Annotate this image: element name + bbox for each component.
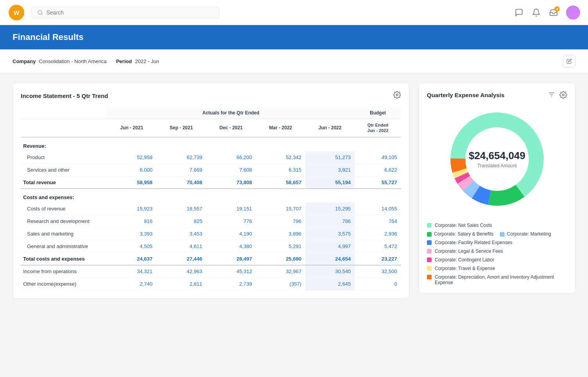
legend-label: Corporate: Salary & Benefits	[434, 231, 494, 237]
col-budget-qtr: Qtr EndedJun - 2022	[355, 119, 401, 137]
edit-icon	[566, 58, 572, 64]
company-value: Consolidation - North America	[39, 58, 107, 64]
avatar[interactable]	[566, 5, 580, 20]
col-jun2021: Jun - 2021	[107, 119, 156, 137]
table-row: Income from operations 34,321 42,963 45,…	[21, 265, 401, 277]
financial-table: Actuals for the Qtr Ended Budget Jun - 2…	[21, 107, 401, 290]
legend-item: Corporate: Marketing	[500, 231, 551, 237]
donut-center: $24,654,049 Translated Amount	[469, 150, 526, 169]
legend-color-marketing	[500, 232, 505, 237]
message-icon[interactable]	[514, 8, 524, 17]
legend-color-salary	[427, 232, 432, 237]
expense-legend: Corporate: Net Sales Costs Corporate: Sa…	[427, 223, 567, 285]
legend-item: Corporate: Net Sales Costs	[427, 223, 567, 228]
filter-bar: Company Consolidation - North America Pe…	[0, 49, 588, 73]
donut-label: Translated Amount	[469, 163, 526, 168]
legend-label: Corporate: Travel & Expense	[435, 266, 495, 271]
legend-color-legal	[427, 249, 432, 254]
search-input[interactable]	[46, 9, 214, 16]
page-title: Financial Results	[13, 32, 575, 42]
col-dec2021: Dec - 2021	[206, 119, 256, 137]
table-row: Services and other 6,000 7,669 7,608 6,3…	[21, 163, 401, 176]
total-revenue-row: Total revenue 58,958 70,408 73,808 58,65…	[21, 176, 401, 188]
legend-label: Corporate: Depreciation, Amort and Inven…	[435, 274, 567, 285]
search-icon	[37, 9, 43, 16]
legend-item: Corporate: Travel & Expense	[427, 266, 567, 271]
budget-header: Budget	[355, 107, 401, 119]
legend-color-net-sales	[427, 223, 432, 228]
actuals-header: Actuals for the Qtr Ended	[107, 107, 355, 119]
expense-panel-icons	[548, 91, 567, 99]
legend-color-facility	[427, 240, 432, 245]
col-mar2022: Mar - 2022	[256, 119, 305, 137]
app-logo[interactable]: w	[8, 4, 25, 21]
donut-chart-wrapper: $24,654,049 Translated Amount	[427, 108, 567, 210]
legend-item: Corporate: Legal & Service Fees	[427, 248, 567, 254]
legend-label: Corporate: Marketing	[507, 231, 551, 237]
expense-analysis-panel: Quarterly Expense Analysis	[419, 83, 575, 294]
svg-point-2	[38, 10, 42, 14]
costs-section-header: Costs and expenses:	[21, 188, 401, 203]
legend-item: Corporate: Facility Related Expenses	[427, 240, 567, 245]
svg-point-7	[563, 94, 564, 96]
legend-label: Corporate: Contingent Labor	[435, 257, 494, 263]
svg-point-3	[396, 94, 398, 96]
nav-right: 3	[514, 5, 580, 20]
top-nav: w 3	[0, 0, 588, 25]
table-row: Research and development 816 825 776 796…	[21, 215, 401, 227]
legend-color-travel	[427, 266, 432, 271]
table-row: General and administrative 4,505 4,611 4…	[21, 240, 401, 252]
legend-multi-row: Corporate: Salary & Benefits Corporate: …	[427, 231, 567, 237]
inbox-badge: 3	[554, 6, 560, 12]
col-sep2021: Sep - 2021	[156, 119, 206, 137]
svg-text:w: w	[13, 9, 20, 16]
table-row: Costs of revenue 15,923 18,557 19,151 15…	[21, 203, 401, 215]
legend-item: Corporate: Contingent Labor	[427, 257, 567, 263]
main-content: Income Statement - 5 Qtr Trend Actuals f…	[0, 73, 588, 308]
legend-item: Corporate: Depreciation, Amort and Inven…	[427, 274, 567, 285]
total-costs-row: Total costs and expenses 24,637 27,446 2…	[21, 252, 401, 265]
expense-panel-title: Quarterly Expense Analysis	[427, 92, 505, 98]
legend-label: Corporate: Legal & Service Fees	[435, 248, 503, 254]
income-panel-title: Income Statement - 5 Qtr Trend	[21, 92, 108, 99]
table-row: Other income(expense) 2,740 2,811 2,739 …	[21, 277, 401, 290]
table-row: Sales and marketing 3,393 3,453 4,190 3,…	[21, 227, 401, 240]
legend-item: Corporate: Salary & Benefits	[427, 231, 494, 237]
income-settings-icon[interactable]	[393, 91, 401, 101]
company-label: Company	[13, 58, 36, 64]
income-statement-panel: Income Statement - 5 Qtr Trend Actuals f…	[13, 83, 409, 299]
expense-panel-header: Quarterly Expense Analysis	[427, 91, 567, 99]
expense-settings-icon[interactable]	[559, 91, 567, 99]
period-label: Period	[116, 58, 132, 64]
legend-label: Corporate: Facility Related Expenses	[435, 240, 512, 245]
search-bar[interactable]	[31, 7, 220, 18]
bell-icon[interactable]	[532, 8, 541, 17]
col-jun2022: Jun - 2022	[305, 119, 355, 137]
inbox-icon[interactable]: 3	[549, 8, 558, 17]
edit-filter-button[interactable]	[563, 55, 575, 67]
legend-color-depreciation	[427, 275, 432, 279]
legend-color-contingent	[427, 257, 432, 262]
period-value: 2022 - Jun	[135, 58, 159, 64]
legend-label: Corporate: Net Sales Costs	[435, 223, 492, 228]
donut-amount: $24,654,049	[469, 150, 526, 161]
revenue-section-header: Revenue:	[21, 137, 401, 151]
table-row: Product 52,958 62,739 66,200 52,342 51,2…	[21, 151, 401, 164]
filter-icon[interactable]	[548, 91, 555, 99]
page-header: Financial Results	[0, 25, 588, 49]
income-panel-header: Income Statement - 5 Qtr Trend	[21, 91, 401, 101]
